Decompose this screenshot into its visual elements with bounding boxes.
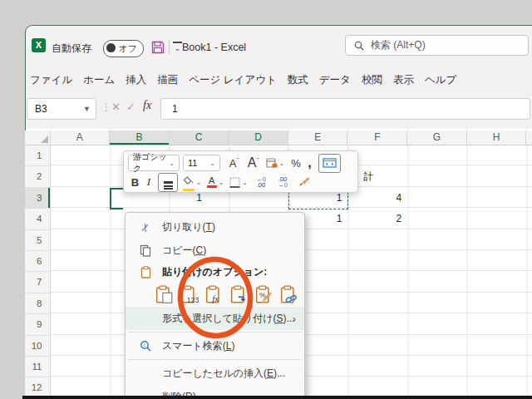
paste-link-icon [280,285,298,304]
insert-function-icon[interactable]: fx [143,99,151,112]
autosave-toggle[interactable]: オフ [103,40,144,57]
column-header-F[interactable]: F [348,131,408,145]
row-header-7[interactable]: 7 [25,272,51,293]
save-icon [150,39,166,56]
search-icon [354,41,364,51]
row-header-6[interactable]: 6 [25,251,51,272]
decrease-decimal-button[interactable]: .00→0 [272,174,293,191]
paste-formulas-button[interactable]: fx [205,284,224,304]
column-header-clipped[interactable] [526,131,532,145]
search-box[interactable]: 検索 (Alt+Q) [345,35,529,56]
tab-8[interactable]: 表示 [393,73,414,87]
format-painter-icon [298,176,310,188]
tab-0[interactable]: ファイル [30,73,72,87]
tab-4[interactable]: ページ レイアウト [189,73,277,87]
column-header-C[interactable]: C [170,131,229,145]
svg-text:123: 123 [187,295,199,303]
context-menu-item-cut[interactable]: ✂ 切り取り(T) [126,215,304,239]
increase-font-button[interactable]: Aˆ [224,155,244,172]
tab-2[interactable]: 挿入 [126,73,146,87]
formula-input[interactable]: 1 [160,98,530,120]
paste-formulas-icon: fx [205,285,224,304]
merge-center-icon [323,158,337,168]
format-dialog-button[interactable]: ⌄ [263,155,288,172]
format-painter-button[interactable] [293,174,313,191]
bold-button[interactable]: B [128,174,142,191]
tab-6[interactable]: データ [319,73,351,87]
column-header-B[interactable]: B [110,131,170,145]
column-header-A[interactable]: A [51,131,111,145]
format-icon [266,158,278,169]
paste-icon [155,285,174,304]
row-header-8[interactable]: 8 [25,293,51,314]
context-menu-item-smart-lookup[interactable]: i スマート検索(L) [126,334,304,357]
paste-transpose-icon [230,285,249,304]
center-align-button[interactable] [158,173,178,192]
cancel-entry-icon[interactable]: ✕ [111,101,121,113]
paste-button[interactable] [155,284,174,304]
context-menu: ✂ 切り取り(T) コピー(C) 貼り付けのオプション: [125,212,305,399]
selection-border [110,188,123,209]
font-size-value: 11 [188,158,197,168]
confirm-entry-icon[interactable]: ✓ [126,101,135,113]
merge-center-button[interactable] [318,154,341,173]
toggle-state-label: オフ [118,42,137,55]
row-header-10[interactable]: 10 [25,336,51,357]
grid-cell-F4[interactable]: 2 [348,209,408,229]
paste-transpose-button[interactable] [230,284,249,304]
paste-values-button[interactable]: 123 [180,284,199,304]
paste-values-icon: 123 [180,285,199,304]
borders-button[interactable]: ⌄ [227,174,250,191]
select-all-triangle-icon [41,135,48,143]
column-header-D[interactable]: D [229,131,288,145]
svg-text:fx: fx [212,293,219,303]
percent-style-button[interactable]: % [288,155,304,172]
row-header-11[interactable]: 11 [25,357,51,377]
row-header-4[interactable]: 4 [25,209,51,229]
column-header-G[interactable]: G [407,131,467,145]
save-button[interactable] [150,39,166,56]
decrease-font-button[interactable]: Aˇ [244,155,263,172]
tab-9[interactable]: ヘルプ [425,73,456,87]
comma-style-button[interactable]: , [304,155,315,172]
name-box[interactable]: B3 ▼ [27,98,96,120]
fill-color-button[interactable]: ⌄ [180,174,204,191]
context-menu-item-copy[interactable]: コピー(C) [126,239,304,262]
font-color-button[interactable]: A ⌄ [204,174,227,191]
context-menu-item-paste-special[interactable]: 形式を選択して貼り付け(S)... › [126,307,304,330]
column-header-E[interactable]: E [288,131,348,145]
context-menu-item-insert-copied-cells[interactable]: コピーしたセルの挿入(E)... [126,362,304,385]
smart-lookup-icon: i [135,340,155,352]
tab-3[interactable]: 描画 [157,73,178,87]
menu-separator [128,359,302,360]
screen: X 自動保存 オフ ⌄ Book1 - Excel 検索 (Alt+Q) ファイ… [0,0,532,399]
paste-options-label: 貼り付けのオプション: [162,265,267,279]
autosave-label: 自動保存 [52,42,91,56]
tab-1[interactable]: ホーム [83,73,115,87]
tab-5[interactable]: 数式 [288,73,308,87]
clipboard-icon [135,266,155,278]
row-header-9[interactable]: 9 [25,314,51,335]
tab-7[interactable]: 校閲 [362,73,382,87]
center-align-icon [164,181,173,183]
paste-link-button[interactable] [280,284,298,304]
row-header-5[interactable]: 5 [25,230,51,251]
font-size-combo[interactable]: 11 ⌄ [183,155,220,171]
window-title: Book1 - Excel [182,42,246,53]
select-all-corner[interactable] [25,131,51,145]
paste-values-formatting-button[interactable]: % [255,284,273,304]
menu-separator [128,332,302,332]
increase-decimal-button[interactable]: ←0.00 [250,174,272,191]
paste-options-row: 123 fx [126,282,304,307]
font-color-icon: A [207,176,217,188]
quick-access-dropdown[interactable]: ⌄ [173,42,182,53]
row-header-1[interactable]: 1 [25,145,51,166]
bottom-clip-bar [22,396,532,399]
font-name-combo[interactable]: 游ゴシック ⌄ [128,155,180,171]
italic-button[interactable]: I [142,174,155,191]
svg-text:i: i [143,342,145,347]
row-header-3[interactable]: 3 [25,188,51,209]
column-header-H[interactable]: H [467,131,527,145]
borders-icon [229,177,240,188]
row-header-2[interactable]: 2 [25,166,51,187]
